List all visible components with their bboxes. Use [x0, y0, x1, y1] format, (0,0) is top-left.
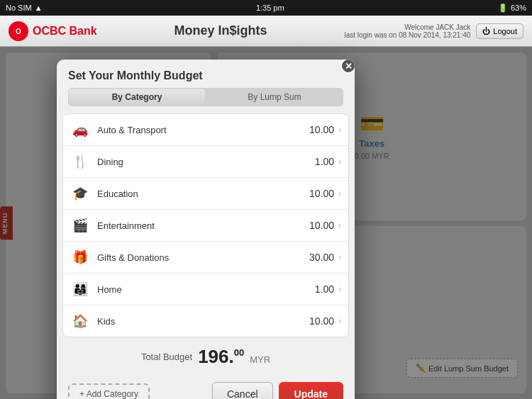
gifts-donations-icon: 🎁: [70, 247, 90, 267]
logout-label: Logout: [493, 27, 517, 35]
home-label: Home: [97, 284, 315, 295]
app-header: O OCBC Bank Money In$ights Welcome JACK …: [0, 16, 532, 47]
power-icon: ⏻: [482, 27, 490, 35]
total-label: Total Budget: [141, 352, 192, 362]
update-button[interactable]: Update: [279, 382, 343, 399]
cancel-label: Cancel: [227, 388, 258, 399]
modal-title: Set Your Monthly Budget: [57, 60, 355, 88]
home-chevron: ›: [338, 284, 341, 294]
category-list: 🚗 Auto & Transport 10.00 › 🍴 Dining 1.00…: [62, 113, 349, 337]
add-category-button[interactable]: + Add Category: [68, 383, 150, 399]
main-content: 💳 Taxes 0.00 MYR ✏️ Edit Lump Sum Budget…: [0, 47, 532, 399]
entertainment-amount: 10.00: [309, 220, 334, 231]
category-row-dining[interactable]: 🍴 Dining 1.00 ›: [63, 146, 348, 178]
category-row-entertainment[interactable]: 🎬 Entertainment 10.00 ›: [63, 210, 348, 242]
gifts-donations-chevron: ›: [338, 252, 341, 262]
modal-tabs: By Category By Lump Sum: [68, 88, 343, 106]
total-currency: MYR: [250, 354, 270, 368]
home-amount: 1.00: [315, 283, 334, 295]
category-row-education[interactable]: 🎓 Education 10.00 ›: [63, 178, 348, 210]
entertainment-icon: 🎬: [70, 215, 90, 235]
status-time: 1:35 pm: [256, 4, 284, 12]
welcome-text: Welcome JACK Jack: [344, 23, 470, 31]
battery-icon: 🔋: [498, 4, 508, 13]
category-row-home[interactable]: 👨‍👩‍👧 Home 1.00 ›: [63, 274, 348, 305]
education-label: Education: [97, 189, 309, 199]
gifts-donations-amount: 30.00: [309, 252, 334, 263]
status-bar: No SIM ▲ 1:35 pm 🔋 63%: [0, 0, 532, 16]
cancel-button[interactable]: Cancel: [212, 382, 273, 399]
modal-close-button[interactable]: ✕: [340, 60, 355, 74]
carrier-text: No SIM: [6, 4, 32, 12]
education-chevron: ›: [338, 189, 341, 198]
dining-amount: 1.00: [315, 156, 334, 167]
total-amount-main: 196.: [198, 346, 234, 367]
svg-text:O: O: [16, 28, 21, 35]
wifi-icon: ▲: [35, 4, 43, 12]
category-row-kids[interactable]: 🏠 Kids 10.00 ›: [63, 305, 348, 337]
status-left: No SIM ▲: [6, 4, 43, 12]
header-right-area: Welcome JACK Jack last login was on 08 N…: [344, 23, 523, 39]
budget-modal: ✕ Set Your Monthly Budget By Category By…: [57, 60, 355, 399]
modal-actions: + Add Category Cancel Update: [57, 376, 355, 399]
tab-lump-sum-label: By Lump Sum: [248, 92, 301, 102]
last-login-text: last login was on 08 Nov 2014, 13:21:40: [344, 31, 470, 39]
kids-chevron: ›: [338, 316, 341, 326]
category-row-auto-transport[interactable]: 🚗 Auto & Transport 10.00 ›: [63, 114, 348, 146]
tab-by-category[interactable]: By Category: [68, 88, 206, 106]
action-buttons: Cancel Update: [212, 382, 343, 399]
tab-by-lump-sum[interactable]: By Lump Sum: [206, 88, 343, 106]
ocbc-logo-icon: O: [9, 21, 28, 41]
education-amount: 10.00: [309, 188, 334, 199]
dining-icon: 🍴: [70, 152, 90, 172]
app-title: Money In$ights: [174, 23, 267, 38]
logout-button[interactable]: ⏻ Logout: [476, 23, 523, 39]
kids-label: Kids: [97, 316, 309, 327]
entertainment-chevron: ›: [338, 220, 341, 230]
auto-transport-icon: 🚗: [70, 120, 90, 140]
kids-amount: 10.00: [309, 315, 334, 327]
total-amount: 196.00: [198, 346, 244, 368]
status-right: 🔋 63%: [498, 4, 526, 13]
gifts-donations-label: Gifts & Donations: [97, 252, 309, 263]
total-budget-section: Total Budget 196.00 MYR: [57, 337, 355, 376]
update-label: Update: [294, 388, 328, 399]
entertainment-label: Entertainment: [97, 220, 309, 231]
dining-chevron: ›: [338, 157, 341, 167]
tab-category-label: By Category: [112, 92, 162, 102]
auto-transport-label: Auto & Transport: [97, 125, 309, 135]
bank-name: OCBC Bank: [33, 25, 97, 38]
kids-icon: 🏠: [70, 311, 90, 331]
auto-transport-amount: 10.00: [309, 124, 334, 135]
category-row-gifts-donations[interactable]: 🎁 Gifts & Donations 30.00 ›: [63, 242, 348, 274]
home-icon: 👨‍👩‍👧: [70, 279, 90, 299]
add-category-label: + Add Category: [79, 389, 138, 399]
auto-transport-chevron: ›: [338, 125, 341, 135]
logo-area: O OCBC Bank: [9, 21, 97, 41]
dining-label: Dining: [97, 157, 315, 167]
battery-text: 63%: [511, 4, 526, 12]
education-icon: 🎓: [70, 184, 90, 203]
total-amount-decimals: 00: [234, 347, 244, 358]
